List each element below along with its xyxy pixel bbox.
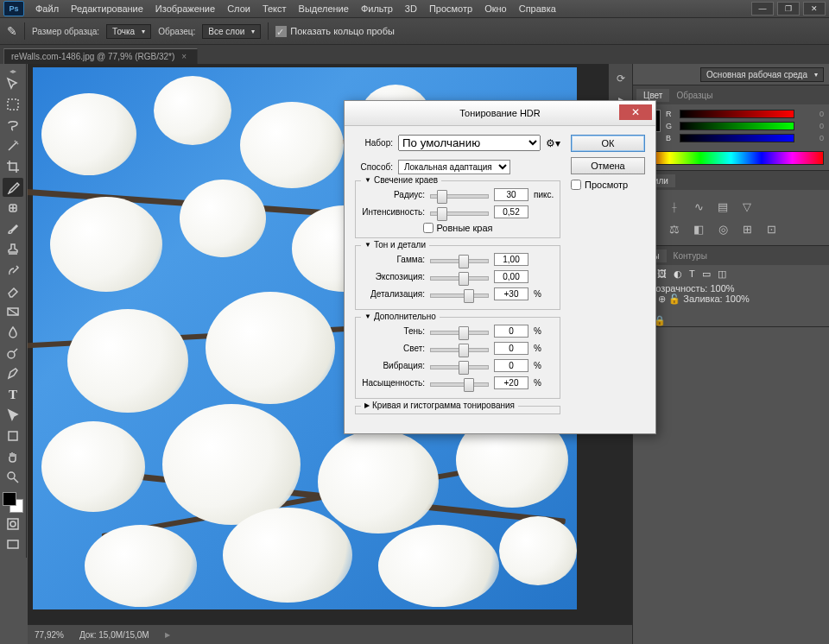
curve-group[interactable]: ▶Кривая и гистограмма тонирования bbox=[355, 406, 560, 414]
dialog-close-button[interactable]: ✕ bbox=[619, 104, 652, 120]
b-slider[interactable] bbox=[680, 134, 794, 142]
preset-dropdown[interactable]: По умолчанию bbox=[398, 135, 541, 151]
workspace-dropdown[interactable]: Основная рабочая среда bbox=[700, 67, 824, 82]
path-select-tool[interactable] bbox=[3, 406, 23, 425]
type-tool[interactable]: T bbox=[3, 385, 23, 404]
show-ring-checkbox[interactable]: ✓ bbox=[275, 26, 287, 37]
menu-layers[interactable]: Слои bbox=[221, 2, 256, 16]
pen-tool[interactable] bbox=[3, 364, 23, 383]
preview-checkbox[interactable] bbox=[571, 180, 581, 190]
wand-tool[interactable] bbox=[3, 136, 23, 155]
gamma-input[interactable] bbox=[494, 253, 528, 266]
close-tab-icon[interactable]: × bbox=[181, 52, 187, 61]
adj-lookup-icon[interactable]: ⊡ bbox=[763, 221, 780, 237]
sample-layers-dropdown[interactable]: Все слои bbox=[202, 24, 261, 39]
g-slider[interactable] bbox=[680, 122, 794, 130]
b-value[interactable]: 0 bbox=[800, 134, 824, 142]
brush-tool[interactable] bbox=[3, 219, 23, 238]
radius-slider[interactable] bbox=[430, 189, 489, 201]
filter-img-icon[interactable]: 🖼 bbox=[657, 268, 667, 280]
document-tab[interactable]: reWalls.com-1486.jpg @ 77,9% (RGB/32*) × bbox=[3, 48, 198, 64]
adj-exposure-icon[interactable]: ▤ bbox=[714, 199, 731, 214]
filter-type-icon[interactable]: T bbox=[689, 268, 695, 280]
highlight-slider[interactable] bbox=[430, 343, 489, 355]
menu-help[interactable]: Справка bbox=[513, 2, 562, 16]
highlight-input[interactable] bbox=[494, 342, 528, 355]
radius-input[interactable] bbox=[494, 188, 528, 201]
tab-swatches[interactable]: Образцы bbox=[669, 89, 719, 102]
blur-tool[interactable] bbox=[3, 323, 23, 342]
move-tool[interactable] bbox=[3, 74, 23, 93]
method-dropdown[interactable]: Локальная адаптация bbox=[398, 160, 510, 174]
dialog-titlebar[interactable]: Тонирование HDR ✕ bbox=[345, 101, 655, 126]
history-icon[interactable]: ⟳ bbox=[612, 71, 630, 86]
sample-size-dropdown[interactable]: Точка bbox=[106, 24, 151, 39]
gamma-slider[interactable] bbox=[430, 254, 489, 266]
stamp-tool[interactable] bbox=[3, 240, 23, 259]
shadow-input[interactable] bbox=[494, 325, 528, 338]
marquee-tool[interactable] bbox=[3, 95, 23, 114]
menu-file[interactable]: Файл bbox=[29, 2, 65, 16]
adj-mixer-icon[interactable]: ⊞ bbox=[738, 221, 756, 237]
cancel-button[interactable]: Отмена bbox=[571, 157, 645, 174]
quickmask-tool[interactable] bbox=[3, 515, 23, 534]
saturation-slider[interactable] bbox=[430, 377, 489, 389]
r-slider[interactable] bbox=[680, 110, 794, 118]
adj-photo-icon[interactable]: ◎ bbox=[714, 221, 731, 237]
menu-filter[interactable]: Фильтр bbox=[355, 2, 399, 16]
shape-tool[interactable] bbox=[3, 426, 23, 445]
healing-tool[interactable] bbox=[3, 199, 23, 218]
vibrance-slider[interactable] bbox=[430, 360, 489, 372]
ok-button[interactable]: ОК bbox=[571, 135, 645, 152]
eraser-tool[interactable] bbox=[3, 281, 23, 300]
menu-window[interactable]: Окно bbox=[478, 2, 513, 16]
adj-balance-icon[interactable]: ⚖ bbox=[666, 221, 683, 237]
exposure-input[interactable] bbox=[494, 270, 528, 283]
intensity-input[interactable] bbox=[494, 205, 528, 218]
exposure-slider[interactable] bbox=[430, 271, 489, 283]
gear-icon[interactable]: ⚙▾ bbox=[546, 137, 560, 149]
tab-paths[interactable]: Контуры bbox=[667, 249, 714, 262]
fill-value[interactable]: 100% bbox=[725, 294, 750, 304]
g-value[interactable]: 0 bbox=[800, 122, 824, 130]
menu-text[interactable]: Текст bbox=[256, 2, 293, 16]
menu-view[interactable]: Просмотр bbox=[423, 2, 478, 16]
filter-adj-icon[interactable]: ◐ bbox=[674, 268, 682, 280]
hand-tool[interactable] bbox=[3, 447, 23, 466]
intensity-slider[interactable] bbox=[430, 206, 489, 218]
close-app-icon[interactable]: ✕ bbox=[803, 2, 826, 16]
vibrance-input[interactable] bbox=[494, 359, 528, 372]
zoom-tool[interactable] bbox=[3, 468, 23, 487]
gradient-tool[interactable] bbox=[3, 302, 23, 321]
detail-input[interactable] bbox=[494, 287, 528, 300]
adj-levels-icon[interactable]: ⟊ bbox=[666, 199, 683, 214]
menu-edit[interactable]: Редактирование bbox=[65, 2, 149, 16]
smooth-edges-checkbox[interactable] bbox=[423, 223, 433, 233]
menu-select[interactable]: Выделение bbox=[293, 2, 355, 16]
screenmode-tool[interactable] bbox=[3, 535, 23, 554]
opacity-value[interactable]: 100% bbox=[710, 283, 734, 294]
status-arrow-icon[interactable]: ▶ bbox=[165, 631, 170, 639]
layer-row[interactable]: 👁 Фон 🔒 bbox=[633, 305, 829, 326]
crop-tool[interactable] bbox=[3, 157, 23, 176]
minimize-icon[interactable]: — bbox=[751, 2, 774, 16]
color-spectrum[interactable] bbox=[638, 151, 824, 165]
adj-bw-icon[interactable]: ◧ bbox=[690, 221, 707, 237]
r-value[interactable]: 0 bbox=[800, 110, 824, 118]
shadow-slider[interactable] bbox=[430, 325, 489, 338]
adj-curves-icon[interactable]: ∿ bbox=[690, 199, 707, 214]
detail-slider[interactable] bbox=[430, 288, 489, 300]
zoom-level[interactable]: 77,92% bbox=[35, 630, 64, 640]
adj-vibrance-icon[interactable]: ▽ bbox=[738, 199, 756, 214]
fg-bg-color[interactable] bbox=[3, 492, 23, 513]
dodge-tool[interactable] bbox=[3, 344, 23, 363]
filter-shape-icon[interactable]: ▭ bbox=[702, 268, 711, 280]
menu-image[interactable]: Изображение bbox=[149, 2, 221, 16]
history-brush-tool[interactable] bbox=[3, 261, 23, 280]
maximize-icon[interactable]: ❐ bbox=[777, 2, 800, 16]
menu-3d[interactable]: 3D bbox=[399, 2, 423, 16]
eyedropper-tool[interactable] bbox=[3, 178, 23, 197]
lasso-tool[interactable] bbox=[3, 116, 23, 135]
filter-smart-icon[interactable]: ◫ bbox=[718, 268, 726, 280]
saturation-input[interactable] bbox=[494, 376, 528, 389]
